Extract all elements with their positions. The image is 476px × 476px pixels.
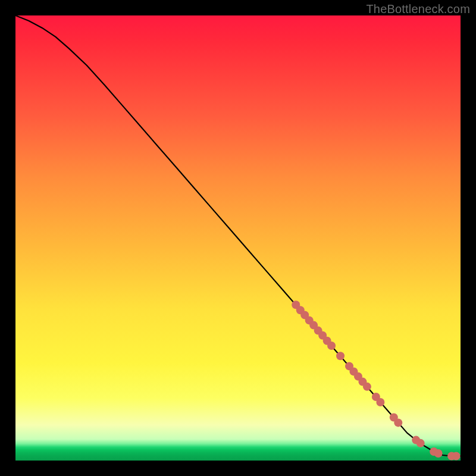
plot-area — [15, 15, 461, 461]
curve-line — [15, 15, 461, 456]
data-marker — [452, 452, 461, 461]
data-marker — [394, 418, 402, 427]
chart-stage: TheBottleneck.com — [0, 0, 476, 476]
data-marker — [434, 449, 443, 458]
chart-svg — [15, 15, 461, 461]
data-marker — [376, 398, 384, 406]
data-marker — [327, 342, 336, 350]
data-marker — [416, 439, 425, 447]
watermark-text: TheBottleneck.com — [366, 2, 470, 16]
data-marker — [336, 352, 345, 360]
data-markers — [292, 300, 460, 460]
data-marker — [363, 383, 371, 391]
